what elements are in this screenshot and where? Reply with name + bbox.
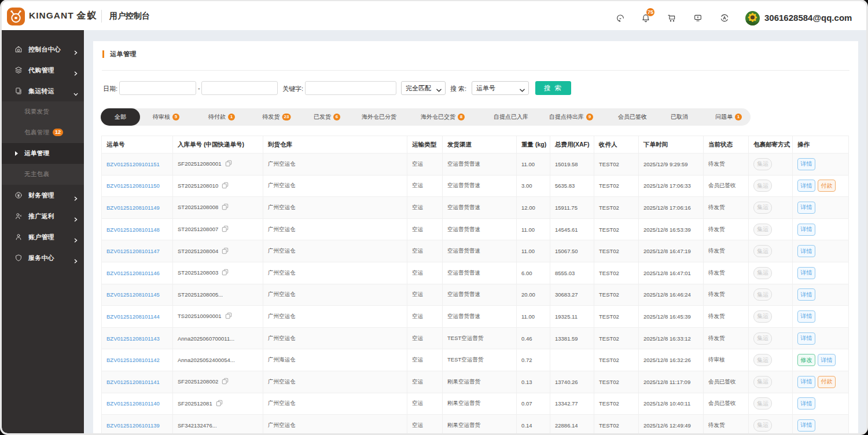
detail-button[interactable]: 详情 [818, 354, 836, 366]
detail-button[interactable]: 详情 [797, 267, 815, 279]
sidebar-item-consolidation[interactable]: 集运转运 [2, 81, 84, 101]
waybill-number-link[interactable]: BZV01251208101149 [106, 204, 160, 211]
copy-icon[interactable] [216, 400, 223, 408]
match-mode-select[interactable]: 完全匹配 [401, 81, 446, 95]
waybill-table: 运单号入库单号 (中国快递单号)到货仓库运输类型发货渠道重量 (kg)总费用(X… [101, 136, 849, 433]
workbench-monitor-icon[interactable] [693, 13, 703, 23]
status: 待发货 [708, 204, 725, 210]
tab-10[interactable]: 已取消 [671, 108, 688, 126]
detail-button[interactable]: 详情 [797, 245, 815, 257]
waybill-number-link[interactable]: BZV01251208101148 [106, 226, 160, 233]
layers-icon [14, 66, 23, 74]
copy-icon[interactable] [222, 378, 229, 386]
detail-button[interactable]: 详情 [797, 419, 815, 432]
tab-all-active[interactable]: 全部 [101, 108, 140, 126]
inbound-number: ST20251208003 [178, 269, 218, 276]
order-time: 2025/12/8 16:45:39 [643, 313, 691, 320]
search-type-select[interactable]: 运单号 [472, 81, 529, 95]
tab-label: 会员已签收 [618, 113, 647, 121]
tab-9[interactable]: 会员已签收 [618, 108, 647, 126]
copy-icon[interactable] [222, 247, 229, 255]
page-title: 运单管理 [110, 50, 137, 59]
submenu-item-ship[interactable]: 我要发货 [2, 101, 84, 122]
detail-button[interactable]: 详情 [797, 288, 815, 301]
tab-1[interactable]: 待审核5 [153, 108, 179, 126]
detail-button[interactable]: 详情 [797, 332, 815, 345]
detail-button[interactable]: 详情 [797, 397, 815, 410]
postal-mode-pill: 集运 [753, 288, 772, 301]
waybill-number-link[interactable]: BZV01251208101145 [106, 291, 160, 298]
search-button[interactable]: 搜 索 [535, 81, 571, 95]
total-cost: 5635.83 [555, 182, 575, 189]
waybill-number-link[interactable]: BZV01251209101151 [106, 161, 160, 167]
detail-button[interactable]: 详情 [797, 180, 815, 192]
submenu-item-label: 我要发货 [24, 108, 49, 116]
notifications-bell-icon[interactable]: 75 [641, 13, 650, 23]
warehouse: 广州空运仓 [268, 291, 296, 297]
tab-3[interactable]: 待发货23 [263, 108, 291, 126]
language-switch-icon[interactable] [720, 13, 729, 23]
detail-button[interactable]: 详情 [797, 224, 815, 236]
weight: 12.00 [521, 204, 535, 211]
warehouse: 广州空运仓 [268, 247, 296, 254]
status: 待发货 [708, 247, 725, 254]
tab-6[interactable]: 海外仓已交货8 [421, 108, 465, 126]
table-body: BZV01251209101151SF202512080001广州空运仓空运空运… [102, 153, 849, 434]
total-cost: 15067.50 [555, 248, 578, 254]
submenu-item-waybills[interactable]: 运单管理 [2, 143, 84, 164]
tab-7[interactable]: 自提点已入库 [494, 108, 528, 126]
chevron-right-icon [73, 193, 78, 198]
cart-icon[interactable] [667, 13, 676, 23]
waybill-number-link[interactable]: BZV01251208101146 [106, 270, 160, 276]
submenu-item-unclaimed[interactable]: 无主包裹 [2, 164, 84, 185]
submenu-item-packages[interactable]: 包裹管理 12 [2, 122, 84, 143]
detail-button[interactable]: 详情 [797, 202, 815, 214]
tab-2[interactable]: 待付款1 [208, 108, 235, 126]
waybill-number-link[interactable]: BZV01251208101140 [106, 400, 160, 407]
select-chevron-icon [436, 86, 442, 93]
edit-button[interactable]: 修改 [797, 354, 815, 366]
sidebar-item-account[interactable]: 账户管理 [2, 226, 84, 247]
inbound-number: Anna2025052400054... [178, 357, 235, 363]
waybill-number-link[interactable]: BZV01251208101150 [106, 182, 160, 189]
pay-button[interactable]: 付款 [818, 180, 836, 192]
detail-button[interactable]: 详情 [797, 310, 815, 323]
tab-5[interactable]: 海外仓已分货 [362, 108, 396, 126]
tab-4[interactable]: 已发货6 [314, 108, 340, 126]
sidebar-item-finance[interactable]: 财务管理 [2, 185, 84, 206]
copy-icon[interactable] [225, 160, 232, 168]
sidebar-item-console-center[interactable]: 控制台中心 [2, 39, 84, 60]
date-to-input[interactable] [201, 81, 278, 95]
detail-button[interactable]: 详情 [797, 376, 815, 388]
waybill-number-link[interactable]: BZV01251208101142 [106, 357, 160, 363]
tab-count-badge: 1 [228, 114, 235, 120]
user-email[interactable]: 3061628584@qq.com [764, 13, 852, 23]
date-from-input[interactable] [119, 81, 196, 95]
waybill-number-link[interactable]: BZV01251208101147 [106, 248, 160, 254]
copy-icon[interactable] [222, 203, 229, 211]
shipping-channel: 刚果空运普货 [447, 422, 480, 428]
waybill-number-link[interactable]: BZV01251208101144 [106, 313, 160, 320]
brand-cn: 金蚁 [77, 10, 98, 20]
copy-icon[interactable] [222, 182, 229, 190]
copy-icon[interactable] [222, 269, 229, 277]
sidebar-item-purchasing[interactable]: 代购管理 [2, 60, 84, 81]
customer-service-icon[interactable] [616, 13, 625, 23]
sidebar-item-promotion[interactable]: 推广返利 [2, 206, 84, 226]
sidebar-item-label: 财务管理 [28, 191, 54, 200]
keyword-input[interactable] [305, 81, 396, 95]
tab-8[interactable]: 自提点待出库9 [549, 108, 593, 126]
waybill-number-link[interactable]: BZV01251208101141 [106, 379, 160, 385]
waybill-number-link[interactable]: BZV01251206101139 [106, 422, 160, 429]
waybill-number-link[interactable]: BZV01251208101143 [106, 335, 160, 342]
shipping-channel: 空运普货普速 [447, 160, 480, 167]
copy-icon[interactable] [222, 225, 229, 233]
detail-button[interactable]: 详情 [797, 158, 815, 170]
tab-11[interactable]: 问题单1 [715, 108, 742, 126]
pay-button[interactable]: 付款 [818, 376, 836, 388]
kingant-logo-icon[interactable] [7, 8, 25, 25]
sidebar-item-service[interactable]: 服务中心 [2, 247, 84, 268]
user-avatar[interactable] [745, 11, 760, 25]
tab-label: 待付款 [208, 113, 226, 121]
copy-icon[interactable] [225, 312, 232, 320]
